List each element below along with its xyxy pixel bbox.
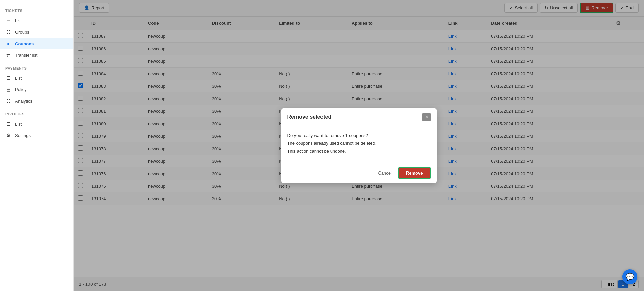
modal-header: Remove selected ✕ [281,108,437,126]
tickets-section-title: TICKETS [0,3,73,15]
sidebar-item-tickets-list[interactable]: ☰ List [0,15,73,26]
invoices-section-title: INVOICES [0,107,73,118]
sidebar-item-invoices-list[interactable]: ☰ List [0,118,73,130]
modal-close-button[interactable]: ✕ [422,113,431,121]
main-content: 👤 Report ✓ Select all ↻ Unselect all 🗑 R… [74,0,644,291]
sidebar-item-analytics[interactable]: ☷ Analytics [0,95,73,107]
list-icon: ☰ [5,75,11,81]
cancel-button[interactable]: Cancel [375,168,395,178]
sidebar-item-coupons[interactable]: ● Coupons [0,38,73,49]
sidebar-item-payments-list[interactable]: ☰ List [0,72,73,84]
list-icon: ☰ [5,121,11,127]
sidebar-item-groups[interactable]: ☷ Groups [0,26,73,38]
groups-icon: ☷ [5,29,11,35]
modal-remove-button[interactable]: Remove [398,167,431,179]
payments-section-title: PAYMENTS [0,61,73,72]
remove-selected-modal: Remove selected ✕ Do you really want to … [281,108,437,183]
transfer-icon: ⇄ [5,52,11,58]
settings-icon: ⚙ [5,133,11,138]
modal-line1: Do you really want to remove 1 coupons? [287,133,431,138]
policy-icon: ▤ [5,87,11,92]
analytics-icon: ☷ [5,98,11,104]
coupons-icon: ● [5,41,11,46]
chat-bubble[interactable]: 💬 [622,269,637,284]
modal-line2: The coupons already used cannot be delet… [287,141,431,146]
modal-title: Remove selected [287,114,332,120]
sidebar-item-invoices-settings[interactable]: ⚙ Settings [0,130,73,141]
modal-body: Do you really want to remove 1 coupons? … [281,126,437,163]
modal-overlay: Remove selected ✕ Do you really want to … [74,0,644,291]
modal-line3: This action cannot be undone. [287,149,431,154]
modal-footer: Cancel Remove [281,163,437,183]
list-icon: ☰ [5,18,11,23]
sidebar: TICKETS ☰ List ☷ Groups ● Coupons ⇄ Tran… [0,0,74,291]
sidebar-item-transfer-list[interactable]: ⇄ Transfer list [0,49,73,61]
sidebar-item-policy[interactable]: ▤ Policy [0,84,73,95]
